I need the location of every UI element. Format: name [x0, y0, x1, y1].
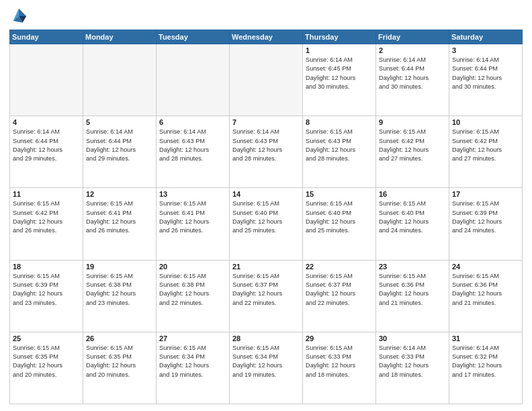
day-info: Sunrise: 6:15 AM Sunset: 6:38 PM Dayligh… — [86, 272, 153, 308]
day-number: 9 — [379, 118, 446, 126]
day-info: Sunrise: 6:15 AM Sunset: 6:37 PM Dayligh… — [306, 272, 373, 308]
calendar-day-cell: 21Sunrise: 6:15 AM Sunset: 6:37 PM Dayli… — [230, 260, 303, 332]
day-info: Sunrise: 6:15 AM Sunset: 6:34 PM Dayligh… — [159, 344, 226, 379]
calendar-day-cell: 28Sunrise: 6:15 AM Sunset: 6:34 PM Dayli… — [230, 332, 303, 404]
calendar-day-cell: 4Sunrise: 6:14 AM Sunset: 6:44 PM Daylig… — [10, 116, 83, 188]
calendar-day-header: Thursday — [303, 30, 376, 44]
calendar-day-cell: 29Sunrise: 6:15 AM Sunset: 6:33 PM Dayli… — [303, 332, 376, 404]
day-info: Sunrise: 6:15 AM Sunset: 6:38 PM Dayligh… — [159, 272, 226, 308]
calendar-day-cell: 10Sunrise: 6:15 AM Sunset: 6:42 PM Dayli… — [449, 116, 523, 188]
day-number: 28 — [232, 334, 300, 342]
day-number: 11 — [13, 190, 80, 198]
calendar-day-cell: 12Sunrise: 6:15 AM Sunset: 6:41 PM Dayli… — [83, 188, 157, 260]
day-info: Sunrise: 6:15 AM Sunset: 6:35 PM Dayligh… — [13, 344, 80, 379]
calendar-table: SundayMondayTuesdayWednesdayThursdayFrid… — [9, 30, 523, 404]
day-number: 22 — [306, 263, 373, 271]
calendar-day-cell: 2Sunrise: 6:14 AM Sunset: 6:44 PM Daylig… — [376, 44, 449, 116]
day-number: 21 — [232, 263, 300, 271]
calendar-day-cell: 8Sunrise: 6:15 AM Sunset: 6:43 PM Daylig… — [303, 116, 376, 188]
day-number: 23 — [379, 263, 446, 271]
calendar-day-cell: 20Sunrise: 6:15 AM Sunset: 6:38 PM Dayli… — [157, 260, 230, 332]
day-info: Sunrise: 6:14 AM Sunset: 6:44 PM Dayligh… — [379, 56, 446, 91]
day-info: Sunrise: 6:15 AM Sunset: 6:41 PM Dayligh… — [86, 199, 153, 235]
day-info: Sunrise: 6:15 AM Sunset: 6:35 PM Dayligh… — [86, 344, 153, 379]
calendar-day-header: Wednesday — [230, 30, 303, 44]
calendar-day-cell: 27Sunrise: 6:15 AM Sunset: 6:34 PM Dayli… — [157, 332, 230, 404]
header — [9, 7, 523, 26]
day-info: Sunrise: 6:14 AM Sunset: 6:44 PM Dayligh… — [13, 128, 80, 163]
day-number: 2 — [379, 46, 446, 54]
day-info: Sunrise: 6:15 AM Sunset: 6:39 PM Dayligh… — [13, 272, 80, 308]
calendar-day-cell: 14Sunrise: 6:15 AM Sunset: 6:40 PM Dayli… — [230, 188, 303, 260]
day-number: 26 — [86, 334, 153, 342]
logo — [9, 7, 31, 26]
calendar-day-cell — [10, 44, 83, 116]
logo-icon — [9, 7, 28, 26]
day-number: 8 — [306, 118, 373, 126]
calendar-week-row: 11Sunrise: 6:15 AM Sunset: 6:42 PM Dayli… — [10, 188, 523, 260]
day-info: Sunrise: 6:15 AM Sunset: 6:39 PM Dayligh… — [452, 199, 519, 235]
day-number: 27 — [159, 334, 226, 342]
calendar-day-cell: 18Sunrise: 6:15 AM Sunset: 6:39 PM Dayli… — [10, 260, 83, 332]
day-info: Sunrise: 6:15 AM Sunset: 6:40 PM Dayligh… — [379, 199, 446, 235]
day-number: 30 — [379, 334, 446, 342]
calendar-day-cell: 3Sunrise: 6:14 AM Sunset: 6:44 PM Daylig… — [449, 44, 523, 116]
day-number: 15 — [306, 190, 373, 198]
day-info: Sunrise: 6:15 AM Sunset: 6:42 PM Dayligh… — [379, 128, 446, 163]
day-number: 19 — [86, 263, 153, 271]
day-number: 1 — [306, 46, 373, 54]
day-number: 7 — [232, 118, 300, 126]
calendar-day-cell: 24Sunrise: 6:15 AM Sunset: 6:36 PM Dayli… — [449, 260, 523, 332]
calendar-day-cell: 19Sunrise: 6:15 AM Sunset: 6:38 PM Dayli… — [83, 260, 157, 332]
calendar-day-cell: 6Sunrise: 6:14 AM Sunset: 6:43 PM Daylig… — [157, 116, 230, 188]
day-info: Sunrise: 6:15 AM Sunset: 6:36 PM Dayligh… — [452, 272, 519, 308]
day-info: Sunrise: 6:14 AM Sunset: 6:33 PM Dayligh… — [379, 344, 446, 379]
calendar-day-cell: 9Sunrise: 6:15 AM Sunset: 6:42 PM Daylig… — [376, 116, 449, 188]
day-info: Sunrise: 6:15 AM Sunset: 6:42 PM Dayligh… — [13, 199, 80, 235]
day-info: Sunrise: 6:15 AM Sunset: 6:36 PM Dayligh… — [379, 272, 446, 308]
day-info: Sunrise: 6:14 AM Sunset: 6:32 PM Dayligh… — [452, 344, 519, 379]
calendar-day-cell: 1Sunrise: 6:14 AM Sunset: 6:45 PM Daylig… — [303, 44, 376, 116]
svg-marker-1 — [19, 9, 26, 16]
day-info: Sunrise: 6:15 AM Sunset: 6:43 PM Dayligh… — [306, 128, 373, 163]
day-info: Sunrise: 6:15 AM Sunset: 6:37 PM Dayligh… — [232, 272, 300, 308]
calendar-week-row: 1Sunrise: 6:14 AM Sunset: 6:45 PM Daylig… — [10, 44, 523, 116]
calendar-day-header: Tuesday — [157, 30, 230, 44]
day-info: Sunrise: 6:14 AM Sunset: 6:44 PM Dayligh… — [86, 128, 153, 163]
day-info: Sunrise: 6:14 AM Sunset: 6:43 PM Dayligh… — [232, 128, 300, 163]
calendar-day-cell: 26Sunrise: 6:15 AM Sunset: 6:35 PM Dayli… — [83, 332, 157, 404]
day-number: 13 — [159, 190, 226, 198]
calendar-day-header: Saturday — [449, 30, 523, 44]
day-info: Sunrise: 6:15 AM Sunset: 6:42 PM Dayligh… — [452, 128, 519, 163]
day-info: Sunrise: 6:14 AM Sunset: 6:43 PM Dayligh… — [159, 128, 226, 163]
calendar-week-row: 25Sunrise: 6:15 AM Sunset: 6:35 PM Dayli… — [10, 332, 523, 404]
day-number: 10 — [452, 118, 519, 126]
calendar-day-cell: 5Sunrise: 6:14 AM Sunset: 6:44 PM Daylig… — [83, 116, 157, 188]
calendar-day-cell: 11Sunrise: 6:15 AM Sunset: 6:42 PM Dayli… — [10, 188, 83, 260]
day-info: Sunrise: 6:14 AM Sunset: 6:44 PM Dayligh… — [452, 56, 519, 91]
day-info: Sunrise: 6:15 AM Sunset: 6:40 PM Dayligh… — [232, 199, 300, 235]
calendar-day-cell — [83, 44, 157, 116]
calendar-day-cell: 30Sunrise: 6:14 AM Sunset: 6:33 PM Dayli… — [376, 332, 449, 404]
calendar-day-header: Sunday — [10, 30, 83, 44]
calendar-week-row: 4Sunrise: 6:14 AM Sunset: 6:44 PM Daylig… — [10, 116, 523, 188]
day-number: 3 — [452, 46, 519, 54]
day-number: 4 — [13, 118, 80, 126]
day-number: 20 — [159, 263, 226, 271]
page: SundayMondayTuesdayWednesdayThursdayFrid… — [0, 0, 532, 411]
day-info: Sunrise: 6:15 AM Sunset: 6:34 PM Dayligh… — [232, 344, 300, 379]
day-info: Sunrise: 6:15 AM Sunset: 6:33 PM Dayligh… — [306, 344, 373, 379]
day-number: 17 — [452, 190, 519, 198]
calendar-day-cell: 15Sunrise: 6:15 AM Sunset: 6:40 PM Dayli… — [303, 188, 376, 260]
day-number: 18 — [13, 263, 80, 271]
day-number: 24 — [452, 263, 519, 271]
day-number: 25 — [13, 334, 80, 342]
calendar-day-cell: 23Sunrise: 6:15 AM Sunset: 6:36 PM Dayli… — [376, 260, 449, 332]
calendar-day-cell: 7Sunrise: 6:14 AM Sunset: 6:43 PM Daylig… — [230, 116, 303, 188]
calendar-header-row: SundayMondayTuesdayWednesdayThursdayFrid… — [10, 30, 523, 44]
day-info: Sunrise: 6:15 AM Sunset: 6:41 PM Dayligh… — [159, 199, 226, 235]
day-number: 29 — [306, 334, 373, 342]
calendar-day-cell — [157, 44, 230, 116]
day-number: 5 — [86, 118, 153, 126]
calendar-day-cell: 31Sunrise: 6:14 AM Sunset: 6:32 PM Dayli… — [449, 332, 523, 404]
